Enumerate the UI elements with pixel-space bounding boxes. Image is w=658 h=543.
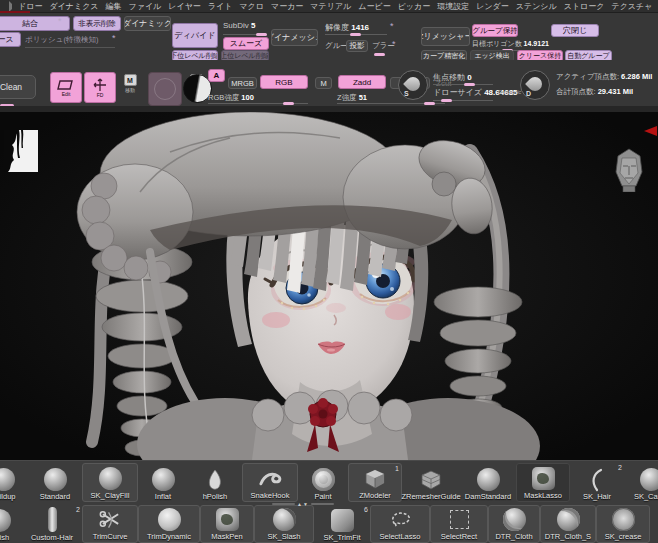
viewport-canvas[interactable]	[0, 112, 658, 460]
menu-material[interactable]: マテリアル	[307, 0, 354, 13]
menu-grip-icon	[9, 1, 12, 12]
brush-inflat[interactable]: Inflat	[138, 463, 188, 502]
resolution-slider[interactable]: 解像度 1416	[325, 22, 369, 33]
close-holes-button[interactable]: 穴閉じ	[551, 24, 599, 37]
focal-shift-handle[interactable]	[464, 83, 475, 86]
blur-handle[interactable]	[374, 53, 385, 56]
menu-texture[interactable]: テクスチャ	[608, 0, 655, 13]
move-button[interactable]: M 移動	[120, 74, 140, 93]
clipped-slider-handle[interactable]	[0, 104, 14, 107]
menu-edit[interactable]: 編集	[103, 0, 125, 13]
slash-brush-icon	[273, 508, 296, 531]
alpha-a-button[interactable]: A	[208, 69, 225, 82]
clean-button[interactable]: Clean	[0, 75, 36, 99]
dynamic-size-toggle[interactable]: Dynamic	[498, 89, 521, 95]
rgb-intensity-slider[interactable]: RGB強度 100	[208, 93, 254, 103]
brush-sk-trimfit[interactable]: 6 SK_TrimFit	[314, 505, 370, 543]
zbrush-window: ドロー ダイナミクス 編集 ファイル レイヤー ライト マクロ マーカー マテリ…	[0, 0, 658, 543]
trimfit-brush-icon	[331, 509, 354, 532]
texture-thumbnail[interactable]	[4, 130, 38, 172]
divide-button[interactable]: ディバイド	[172, 23, 218, 48]
move-cross-icon	[93, 78, 107, 92]
menu-stencil[interactable]: ステンシル	[513, 0, 560, 13]
brush-zremesherguide[interactable]: ZRemesherGuide	[402, 463, 460, 502]
menu-light[interactable]: ライト	[205, 0, 236, 13]
draw-size-handle[interactable]	[441, 99, 452, 102]
tray-scrollbar[interactable]: ▲▼	[272, 501, 334, 507]
subtool-preview-head-icon[interactable]	[610, 142, 648, 192]
zremesher-button[interactable]: Zリメッシャー	[421, 27, 470, 46]
keep-groups-button[interactable]: グループ保持	[472, 24, 518, 37]
tray-scroll-arrows-icon[interactable]: ▲▼	[295, 501, 311, 507]
edit-button[interactable]: Edit	[50, 72, 82, 103]
tray-toggle-arrow[interactable]	[644, 126, 657, 136]
brush-polish[interactable]: Polish	[0, 505, 22, 543]
depth-brush-icon[interactable]: D	[520, 70, 550, 100]
polish-slider[interactable]: ポリッシュ(特徴検知)	[25, 35, 115, 48]
brush-masklasso[interactable]: MaskLasso	[516, 463, 570, 502]
brush-zmodeler[interactable]: 1 ZModeler	[348, 463, 402, 502]
smooth-button[interactable]: スムーズ	[223, 37, 269, 50]
brush-standard[interactable]: Standard	[28, 463, 82, 502]
menu-layer[interactable]: レイヤー	[165, 0, 204, 13]
brush-dtr-cloth[interactable]: DTR_Cloth	[488, 505, 540, 543]
menu-picker[interactable]: ピッカー	[395, 0, 434, 13]
brush-maskpen[interactable]: MaskPen	[200, 505, 254, 543]
menu-stroke[interactable]: ストローク	[561, 0, 608, 13]
brush-hpolish[interactable]: hPolish	[188, 463, 242, 502]
dynamic-subdiv-button[interactable]: ダイナミック	[124, 16, 171, 31]
brush-tray-row-1: Buildup Standard SK_ClayFill Inflat hPol…	[0, 463, 658, 502]
brush-badge: 1	[395, 465, 399, 472]
close-button-clipped[interactable]: ース	[0, 32, 21, 47]
stroke-brush-icon[interactable]: S	[398, 70, 428, 100]
brush-sk-carve[interactable]: SK_Carve	[624, 463, 658, 502]
m-button[interactable]: M	[315, 77, 332, 89]
menu-macro[interactable]: マクロ	[236, 0, 267, 13]
mrgb-button[interactable]: MRGB	[228, 77, 257, 89]
menu-marker[interactable]: マーカー	[268, 0, 306, 13]
brush-sk-slash[interactable]: SK_Slash	[254, 505, 314, 543]
maskpen-brush-icon	[216, 508, 239, 531]
menu-file[interactable]: ファイル	[126, 0, 165, 13]
rgb-intensity-handle[interactable]	[283, 102, 294, 105]
brush-badge: 6	[364, 506, 368, 513]
rgb-button[interactable]: RGB	[260, 75, 308, 89]
brush-dtr-cloth-s[interactable]: DTR_Cloth_S	[540, 505, 596, 543]
material-swatch[interactable]	[148, 72, 182, 106]
brush-trimcurve[interactable]: TrimCurve	[82, 505, 138, 543]
brush-custom-hair[interactable]: 2 Custom-Hair	[22, 505, 82, 543]
dynamesh-button[interactable]: ダイナメッシュ	[271, 29, 318, 46]
gizmo-button[interactable]: FD	[84, 72, 116, 103]
menu-preferences[interactable]: 環境設定	[434, 0, 472, 13]
brush-sk-crease[interactable]: SK_crease	[596, 505, 650, 543]
menu-movie[interactable]: ムービー	[355, 0, 393, 13]
menu-dynamics[interactable]: ダイナミクス	[46, 0, 101, 13]
inflate-brush-icon	[152, 468, 175, 491]
brush-damstandard[interactable]: DamStandard	[460, 463, 516, 502]
z-intensity-handle[interactable]	[424, 102, 435, 105]
subdiv-slider[interactable]: SubDiv 5	[223, 21, 255, 30]
brush-buildup[interactable]: Buildup	[0, 463, 28, 502]
brush-paint[interactable]: Paint	[298, 463, 348, 502]
dynamesh-project-toggle[interactable]: 投影	[346, 40, 368, 52]
brush-trimdynamic[interactable]: TrimDynamic	[138, 505, 200, 543]
masklasso-brush-icon	[532, 467, 555, 490]
focal-shift-slider[interactable]: 焦点移動 0	[433, 72, 472, 83]
brush-sk-clayfill[interactable]: SK_ClayFill	[82, 463, 138, 502]
brush-selectrect[interactable]: SelectRect	[430, 505, 488, 543]
target-polycount-slider[interactable]: 目標ポリゴン数 14.9121	[472, 39, 549, 49]
resolution-handle[interactable]	[350, 33, 361, 36]
crease-brush-icon	[612, 508, 635, 531]
sculpt-render[interactable]	[0, 112, 658, 460]
brush-badge: 2	[618, 464, 622, 471]
menu-render[interactable]: レンダー	[473, 0, 512, 13]
brush-snakehook[interactable]: SnakeHook	[242, 463, 298, 502]
brush-sk-hair[interactable]: 2 SK_Hair	[570, 463, 624, 502]
shelf-geometry: 結合 * 非表示削除 ース ポリッシュ(特徴検知) * ダイナミック ディバイド…	[0, 13, 658, 61]
z-intensity-slider[interactable]: Z強度 51	[337, 93, 367, 103]
scissors-icon	[99, 508, 122, 531]
del-hidden-button[interactable]: 非表示削除	[73, 16, 121, 31]
subdiv-handle[interactable]	[256, 33, 267, 36]
brush-selectlasso[interactable]: SelectLasso	[370, 505, 430, 543]
zadd-button[interactable]: Zadd	[338, 75, 386, 89]
